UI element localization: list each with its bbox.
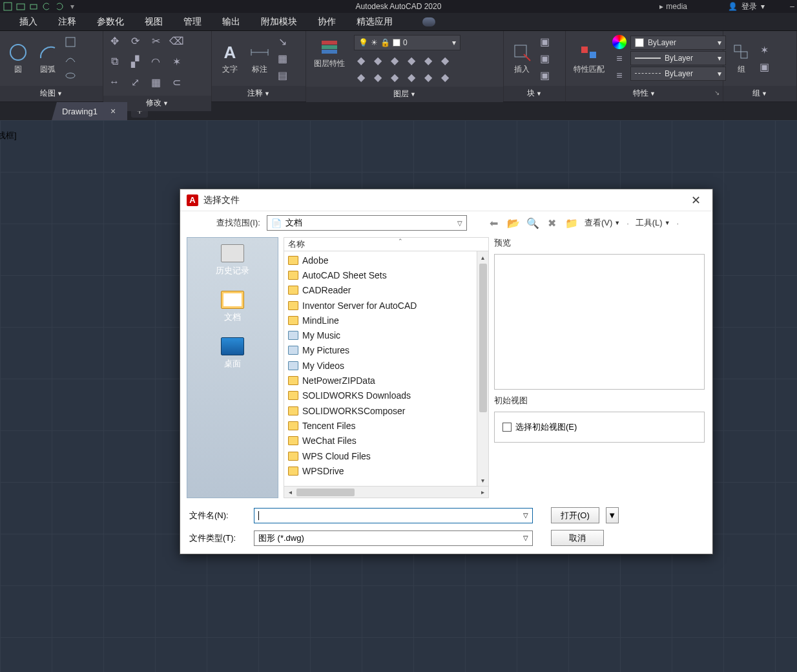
layer-properties-button[interactable]: 图层特性 — [310, 34, 349, 72]
fillet-icon[interactable]: ◠ — [149, 54, 163, 68]
table2-icon[interactable]: ▤ — [275, 68, 289, 83]
tab-manage[interactable]: 管理 — [173, 14, 212, 30]
file-row[interactable]: WeChat Files — [287, 434, 474, 448]
block-tool-2-icon[interactable]: ▣ — [537, 52, 552, 66]
color-combo[interactable]: ByLayer▾ — [630, 36, 726, 50]
open-button[interactable]: 打开(O) — [551, 507, 599, 523]
group-tool-1-icon[interactable]: ✶ — [757, 43, 771, 58]
match-properties-button[interactable]: 特性匹配 — [570, 39, 608, 78]
horizontal-scrollbar[interactable]: ◂ ▸ — [284, 487, 489, 498]
tab-insert[interactable]: 插入 — [9, 14, 48, 30]
file-row[interactable]: AutoCAD Sheet Sets — [287, 268, 474, 282]
layer-tool-9-icon[interactable]: ◆ — [388, 70, 402, 84]
text-button[interactable]: A 文字 — [216, 39, 244, 78]
table-icon[interactable]: ▦ — [275, 52, 289, 66]
delete-button[interactable]: ✖ — [546, 216, 559, 229]
chevron-down-icon[interactable]: ▽ — [523, 512, 528, 519]
file-row[interactable]: SOLIDWORKS Downloads — [287, 388, 474, 403]
leader-icon[interactable]: ↘ — [275, 35, 289, 49]
draw-tool-3-icon[interactable] — [63, 68, 78, 83]
panel-title-annotate[interactable]: 注释▼ — [212, 86, 305, 101]
file-row[interactable]: My Music — [287, 328, 474, 342]
file-row[interactable]: My Videos — [287, 358, 474, 373]
filetype-combo[interactable]: 图形 (*.dwg) ▽ — [254, 530, 533, 546]
layer-tool-3-icon[interactable]: ◆ — [388, 53, 402, 67]
qat-redo-icon[interactable] — [54, 1, 65, 12]
block-tool-3-icon[interactable]: ▣ — [537, 68, 552, 83]
scroll-right-icon[interactable]: ▸ — [477, 488, 488, 496]
scale-icon[interactable]: ⤢ — [128, 75, 142, 89]
up-folder-button[interactable]: 📂 — [507, 216, 520, 229]
group-button[interactable]: 组 — [727, 39, 756, 78]
file-row[interactable]: Inventor Server for AutoCAD — [287, 298, 474, 313]
mirror-icon[interactable]: ▞ — [128, 54, 142, 68]
tools-menu-button[interactable]: 工具(L) ▼ — [636, 217, 670, 229]
scroll-thumb[interactable] — [479, 264, 487, 412]
group-tool-2-icon[interactable]: ▣ — [757, 60, 771, 74]
lineweight-combo[interactable]: ByLayer▾ — [630, 51, 726, 65]
place-documents[interactable]: 文档 — [221, 291, 244, 323]
file-row[interactable]: CADReader — [287, 283, 474, 298]
close-dialog-button[interactable]: ✕ — [686, 191, 706, 210]
place-history[interactable]: 历史记录 — [216, 244, 249, 277]
move-icon[interactable]: ✥ — [107, 34, 121, 48]
explode-icon[interactable]: ✶ — [169, 54, 183, 68]
layer-tool-7-icon[interactable]: ◆ — [354, 70, 368, 84]
prop-list2-icon[interactable]: ≡ — [612, 68, 626, 83]
panel-title-draw[interactable]: 绘图▼ — [0, 86, 103, 101]
panel-title-block[interactable]: 块▼ — [504, 86, 565, 101]
tab-extra-icon[interactable] — [422, 17, 435, 26]
file-row[interactable]: MindLine — [287, 313, 474, 328]
tab-output[interactable]: 输出 — [212, 14, 251, 30]
draw-tool-1-icon[interactable] — [63, 35, 78, 49]
viewport-label[interactable]: 线框] — [0, 130, 17, 142]
qat-more-icon[interactable]: ▾ — [67, 1, 78, 12]
file-row[interactable]: WPSDrive — [287, 463, 474, 478]
initial-view-checkbox[interactable] — [502, 423, 512, 432]
file-row[interactable]: NetPowerZIPData — [287, 373, 474, 388]
qat-open-icon[interactable] — [16, 1, 26, 12]
insert-block-button[interactable]: 插入 — [508, 39, 536, 78]
array-icon[interactable]: ▦ — [149, 75, 163, 89]
file-row[interactable]: My Pictures — [287, 343, 474, 358]
scroll-up-icon[interactable]: ▴ — [477, 251, 488, 263]
copy-icon[interactable]: ⧉ — [107, 54, 121, 68]
scroll-left-icon[interactable]: ◂ — [284, 488, 296, 496]
qat-save-icon[interactable] — [3, 1, 13, 12]
layer-tool-12-icon[interactable]: ◆ — [438, 70, 452, 84]
layer-tool-2-icon[interactable]: ◆ — [371, 53, 385, 67]
hscroll-thumb[interactable] — [296, 488, 355, 496]
new-folder-button[interactable]: 📁 — [565, 216, 578, 229]
erase-icon[interactable]: ⌫ — [169, 34, 183, 48]
open-dropdown-button[interactable]: ▼ — [606, 507, 619, 523]
file-row[interactable]: Tencent Files — [287, 418, 474, 433]
back-button[interactable]: ⬅ — [488, 216, 501, 229]
view-menu-button[interactable]: 查看(V) ▼ — [585, 217, 620, 229]
dialog-launcher-icon[interactable]: ↘ — [714, 89, 719, 96]
tab-featured[interactable]: 精选应用 — [346, 14, 403, 30]
layer-combo[interactable]: 💡 ☀ 🔒 0 ▾ — [354, 35, 461, 50]
qat-undo-icon[interactable] — [41, 1, 52, 12]
linetype-combo[interactable]: ByLayer▾ — [630, 67, 726, 81]
layer-tool-6-icon[interactable]: ◆ — [438, 53, 452, 67]
arc-button[interactable]: 圆弧 — [34, 39, 62, 78]
rotate-icon[interactable]: ⟳ — [128, 34, 142, 48]
offset-icon[interactable]: ⊂ — [169, 75, 183, 89]
layer-tool-1-icon[interactable]: ◆ — [354, 53, 368, 67]
file-row[interactable]: SOLIDWORKSComposer — [287, 403, 474, 418]
stretch-icon[interactable]: ↔ — [107, 75, 121, 89]
color-wheel-icon[interactable] — [612, 35, 626, 49]
prop-list-icon[interactable]: ≡ — [612, 52, 626, 66]
layer-tool-11-icon[interactable]: ◆ — [421, 70, 435, 84]
panel-title-properties[interactable]: 特性▼↘ — [566, 86, 723, 101]
cancel-button[interactable]: 取消 — [551, 530, 604, 546]
place-desktop[interactable]: 桌面 — [221, 337, 244, 370]
scroll-down-icon[interactable]: ▾ — [477, 474, 488, 486]
search-web-button[interactable]: 🔍 — [526, 216, 539, 229]
close-tab-icon[interactable]: × — [110, 106, 116, 116]
panel-title-group[interactable]: 组▼ — [723, 86, 796, 101]
panel-title-layers[interactable]: 图层▼ — [306, 87, 503, 102]
filename-input[interactable]: ▽ — [254, 508, 533, 523]
block-tool-1-icon[interactable]: ▣ — [537, 35, 552, 49]
vertical-scrollbar[interactable]: ▴ ▾ — [477, 251, 488, 486]
